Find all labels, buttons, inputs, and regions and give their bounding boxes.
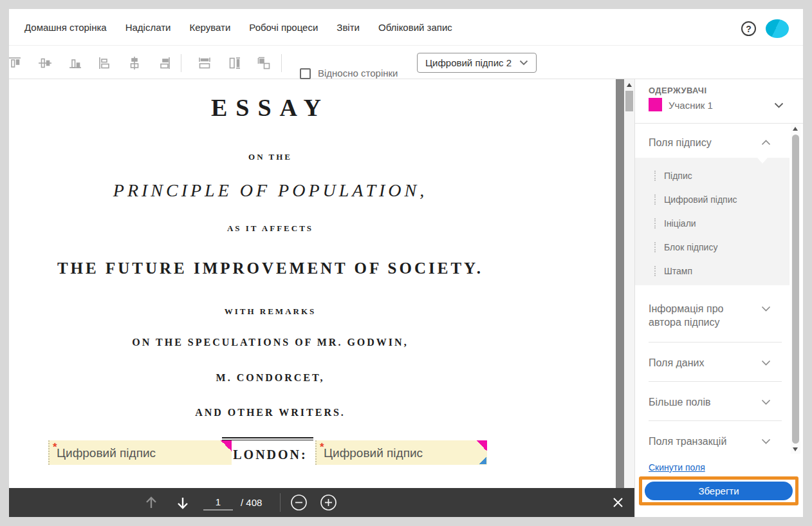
chevron-down-icon[interactable] bbox=[761, 399, 771, 405]
main-area: ESSAY ON THE PRINCIPLE OF POPULATION, AS… bbox=[9, 79, 803, 517]
doc-line-future-improvement: THE FUTURE IMPROVEMENT OF SOCIETY. bbox=[9, 259, 531, 277]
align-right-icon[interactable] bbox=[156, 55, 172, 71]
nav-send[interactable]: Надіслати bbox=[125, 22, 171, 33]
field-item-stamp[interactable]: Штамп bbox=[635, 265, 789, 281]
page-number-input[interactable] bbox=[203, 494, 233, 511]
field-item-signature-block[interactable]: Блок підпису bbox=[635, 241, 789, 258]
viewer-background-gutter bbox=[616, 79, 624, 517]
help-icon[interactable]: ? bbox=[741, 21, 756, 36]
scroll-down-arrow-icon[interactable] bbox=[793, 447, 798, 451]
relative-to-page-checkbox[interactable] bbox=[300, 68, 311, 79]
nav-manage[interactable]: Керувати bbox=[189, 22, 230, 33]
nav-account[interactable]: Обліковий запис bbox=[378, 22, 452, 33]
scroll-up-arrow-icon[interactable] bbox=[627, 83, 632, 87]
scroll-up-arrow-icon[interactable] bbox=[793, 127, 798, 131]
user-avatar[interactable] bbox=[766, 19, 789, 38]
chevron-down-icon[interactable] bbox=[761, 360, 771, 366]
signature-field-label: Цифровий підпис bbox=[324, 446, 423, 460]
fields-sidebar: ОДЕРЖУВАЧІ Учасник 1 Поля підпису Підпис… bbox=[634, 79, 803, 517]
sidebar-divider bbox=[649, 381, 782, 382]
drag-handle-icon bbox=[654, 242, 656, 252]
document-page: ESSAY ON THE PRINCIPLE OF POPULATION, AS… bbox=[9, 79, 616, 517]
nav-workflows[interactable]: Робочі процеси bbox=[249, 22, 318, 33]
doc-line-essay: ESSAY bbox=[9, 93, 531, 122]
match-height-icon[interactable] bbox=[226, 55, 242, 71]
drag-handle-icon bbox=[654, 218, 656, 229]
field-item-label: Штамп bbox=[664, 266, 692, 276]
recipients-title: ОДЕРЖУВАЧІ bbox=[649, 86, 706, 95]
previous-page-icon[interactable] bbox=[143, 494, 160, 512]
app-window: Домашня сторінка Надіслати Керувати Робо… bbox=[9, 9, 803, 517]
digital-signature-field-1[interactable]: * Цифровий підпис bbox=[48, 440, 232, 465]
align-left-icon[interactable] bbox=[97, 55, 113, 71]
nav-home[interactable]: Домашня сторінка bbox=[24, 22, 107, 33]
section-data-fields[interactable]: Поля даних bbox=[649, 356, 705, 370]
drag-handle-icon bbox=[654, 194, 656, 205]
relative-to-page-label: Відносно сторінки bbox=[318, 68, 398, 79]
section-more-fields[interactable]: Більше полів bbox=[649, 395, 711, 409]
field-item-digital-signature[interactable]: Цифровий підпис bbox=[635, 193, 789, 210]
field-item-label: Блок підпису bbox=[664, 242, 717, 252]
doc-line-with-remarks: WITH REMARKS bbox=[9, 306, 531, 317]
participant-color-swatch bbox=[649, 98, 662, 111]
pager-separator bbox=[280, 493, 281, 512]
chevron-down-icon[interactable] bbox=[761, 306, 771, 312]
field-type-dropdown[interactable]: Цифровий підпис 2 bbox=[417, 53, 537, 73]
sidebar-divider bbox=[649, 342, 782, 343]
recipients-chevron-down-icon[interactable] bbox=[774, 102, 784, 108]
align-horizontal-center-icon[interactable] bbox=[127, 55, 142, 71]
title-page-rule bbox=[222, 437, 313, 440]
panel-notch bbox=[757, 158, 768, 164]
drag-handle-icon bbox=[654, 266, 656, 276]
chevron-up-icon[interactable] bbox=[761, 140, 771, 146]
section-signer-info-line2: автора підпису bbox=[649, 315, 723, 329]
doc-line-principle: PRINCIPLE OF POPULATION, bbox=[9, 180, 531, 201]
save-button[interactable]: Зберегти bbox=[645, 482, 793, 500]
section-transaction-fields[interactable]: Поля транзакцій bbox=[649, 435, 726, 448]
field-item-label: Підпис bbox=[664, 171, 692, 181]
toolbar-separator bbox=[281, 54, 282, 72]
sidebar-scrollbar[interactable] bbox=[791, 124, 800, 454]
match-size-icon[interactable] bbox=[256, 55, 272, 71]
align-vertical-center-icon[interactable] bbox=[37, 55, 53, 71]
page-total-label: / 408 bbox=[241, 497, 262, 508]
toolbar-separator bbox=[181, 54, 181, 72]
signature-field-label: Цифровий підпис bbox=[57, 446, 156, 460]
close-icon[interactable] bbox=[613, 497, 630, 514]
zoom-out-icon[interactable] bbox=[290, 494, 308, 511]
page-navigation-bar: / 408 bbox=[9, 488, 634, 517]
digital-signature-field-2[interactable]: * Цифровий підпис bbox=[315, 440, 487, 465]
nav-reports[interactable]: Звіти bbox=[337, 22, 360, 33]
section-signer-info-line1: Інформація про bbox=[649, 302, 723, 315]
save-button-highlight: Зберегти bbox=[639, 476, 798, 505]
doc-line-on-the: ON THE bbox=[9, 152, 531, 162]
sidebar-divider bbox=[649, 420, 782, 421]
signature-fields-panel: Підпис Цифровий підпис Ініціали Блок під… bbox=[635, 158, 789, 285]
field-item-signature[interactable]: Підпис bbox=[635, 169, 789, 186]
document-scrollbar-thumb[interactable] bbox=[625, 91, 633, 111]
field-item-initials[interactable]: Ініціали bbox=[635, 217, 789, 234]
field-type-dropdown-value: Цифровий підпис 2 bbox=[425, 57, 519, 68]
drag-handle-icon bbox=[654, 171, 656, 181]
participant-corner-icon bbox=[221, 440, 232, 451]
align-top-icon[interactable] bbox=[9, 55, 23, 71]
sidebar-divider bbox=[635, 123, 803, 124]
align-bottom-icon[interactable] bbox=[68, 55, 83, 71]
zoom-in-icon[interactable] bbox=[320, 494, 337, 511]
doc-line-other-writers: AND OTHER WRITERS. bbox=[9, 407, 531, 418]
doc-line-speculations: ON THE SPECULATIONS OF MR. GODWIN, bbox=[9, 337, 531, 348]
field-item-label: Цифровий підпис bbox=[664, 194, 737, 205]
section-signature-fields[interactable]: Поля підпису bbox=[649, 136, 712, 149]
sidebar-scrollbar-thumb[interactable] bbox=[792, 135, 799, 444]
chevron-down-icon[interactable] bbox=[761, 438, 771, 444]
section-signer-info[interactable]: Інформація про автора підпису bbox=[649, 302, 723, 329]
participant-name: Учасник 1 bbox=[669, 100, 713, 111]
resize-handle-icon[interactable] bbox=[479, 456, 486, 464]
doc-line-as-it-affects: AS IT AFFECTS bbox=[9, 223, 531, 234]
next-page-icon[interactable] bbox=[174, 494, 192, 512]
field-item-label: Ініціали bbox=[664, 218, 696, 229]
reset-fields-link[interactable]: Скинути поля bbox=[649, 462, 705, 473]
document-scrollbar[interactable] bbox=[624, 79, 634, 517]
match-width-icon[interactable] bbox=[197, 55, 212, 71]
chevron-down-icon bbox=[519, 60, 528, 66]
